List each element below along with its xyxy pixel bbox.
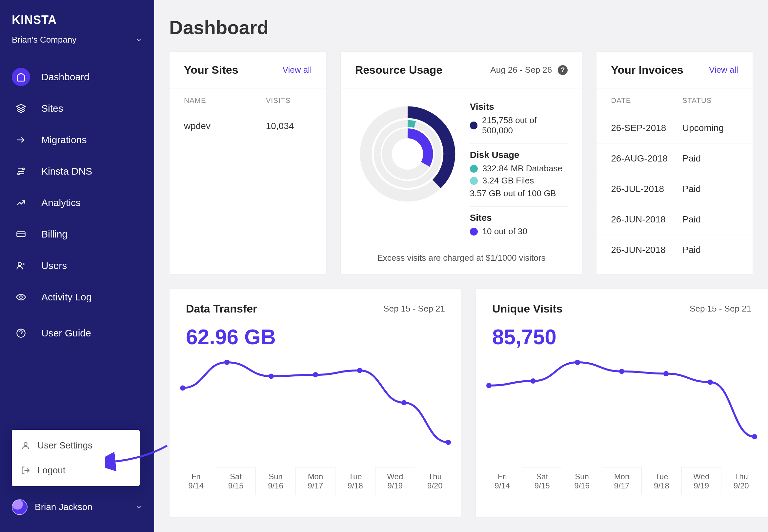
sidebar-item-label: Billing [41,229,67,240]
svg-point-23 [486,383,491,388]
analytics-icon [12,194,30,212]
unique-visits-title: Unique Visits [492,302,563,315]
invoice-row[interactable]: 26-JUN-2018 Paid [597,235,753,265]
svg-point-27 [663,371,669,376]
resource-usage-range: Aug 26 - Sep 26 [490,65,552,75]
your-sites-card: Your Sites View all NAME VISITS wpdev 10… [169,51,327,275]
logout-label: Logout [37,465,66,476]
data-transfer-total: 62.96 GB [169,318,461,352]
invoice-status: Paid [682,214,738,225]
sidebar-item-label: User Guide [41,328,91,339]
data-transfer-xaxis: Fri9/14Sat9/15Sun9/16Mon9/17Tue9/18Wed9/… [169,464,461,505]
inv-col-date: DATE [611,96,682,105]
company-name: Brian's Company [12,35,76,45]
data-transfer-title: Data Transfer [186,302,257,315]
help-icon [12,324,30,342]
invoice-row[interactable]: 26-JUL-2018 Paid [597,174,753,204]
sidebar-item-users[interactable]: Users [0,250,154,281]
xaxis-tick: Thu9/20 [415,467,455,495]
sidebar-item-user-guide[interactable]: User Guide [0,317,154,349]
invoice-status: Paid [682,184,738,194]
xaxis-tick: Fri9/14 [482,467,522,495]
xaxis-tick: Wed9/19 [375,467,415,495]
invoice-row[interactable]: 26-JUN-2018 Paid [597,204,753,235]
data-transfer-range: Sep 15 - Sep 21 [383,304,445,314]
xaxis-tick: Tue9/18 [336,467,375,495]
svg-point-26 [619,369,624,374]
sidebar-item-dns[interactable]: Kinsta DNS [0,156,154,187]
sidebar-item-migrations[interactable]: Migrations [0,124,154,156]
invoice-date: 26-AUG-2018 [611,153,682,164]
xaxis-tick: Mon9/17 [602,467,642,495]
swatch-visits [470,122,477,129]
avatar [12,499,28,515]
user-menu-popover: User Settings Logout [12,430,140,486]
svg-point-21 [401,400,407,405]
logout-item[interactable]: Logout [12,458,140,483]
sidebar-item-activity[interactable]: Activity Log [0,281,154,313]
inv-col-status: STATUS [682,96,738,105]
sites-col-name: NAME [184,96,266,105]
xaxis-tick: Mon9/17 [296,467,335,495]
legend-visits-title: Visits [470,102,568,112]
resource-donut-chart [355,102,460,206]
activity-log-icon [12,288,30,306]
brand-logo: KINSTA [0,10,154,33]
resource-usage-card: Resource Usage Aug 26 - Sep 26 ? [340,51,583,275]
invoice-date: 26-JUN-2018 [611,214,682,225]
invoices-view-all-link[interactable]: View all [709,65,738,75]
legend-disk-title: Disk Usage [470,150,568,160]
svg-point-17 [224,360,230,365]
invoices-card: Your Invoices View all DATE STATUS 26-SE… [596,51,753,275]
site-row[interactable]: wpdev 10,034 [169,113,326,139]
sidebar-item-sites[interactable]: Sites [0,93,154,124]
xaxis-tick: Fri9/14 [176,467,216,495]
legend-sites-value: 10 out of 30 [482,226,527,237]
svg-point-20 [357,368,362,373]
resource-usage-title: Resource Usage [355,64,442,76]
dashboard-icon [12,68,30,86]
legend-disk-total: 3.57 GB out of 100 GB [470,188,556,199]
help-icon[interactable]: ? [558,65,567,75]
sidebar: KINSTA Brian's Company Dashboard Sites [0,0,154,532]
svg-marker-0 [17,105,25,109]
swatch-sites [470,228,478,236]
sidebar-item-dashboard[interactable]: Dashboard [0,61,154,93]
svg-point-11 [24,443,27,446]
sidebar-item-billing[interactable]: Billing [0,219,154,250]
your-sites-title: Your Sites [184,64,239,76]
logout-icon [21,466,30,475]
user-profile-toggle[interactable]: Brian Jackson [0,492,154,522]
sites-view-all-link[interactable]: View all [283,65,312,75]
site-name: wpdev [184,121,266,131]
company-switcher[interactable]: Brian's Company [0,33,154,58]
chevron-down-icon [135,36,142,44]
dns-icon [12,162,30,181]
resource-usage-footer: Excess visits are charged at $1/1000 vis… [341,250,583,274]
svg-point-8 [20,296,22,298]
svg-point-18 [269,374,274,379]
data-transfer-card: Data Transfer Sep 15 - Sep 21 62.96 GB F… [169,288,462,518]
swatch-db [470,165,478,173]
sites-col-visits: VISITS [266,96,312,105]
user-settings-item[interactable]: User Settings [12,433,140,458]
invoice-status: Upcoming [682,123,738,133]
user-settings-label: User Settings [37,440,92,451]
sidebar-item-label: Kinsta DNS [41,166,92,177]
primary-nav: Dashboard Sites Migrations Kinsta DNS [0,58,154,352]
sidebar-item-label: Dashboard [41,71,89,83]
sidebar-item-label: Migrations [41,134,86,145]
unique-visits-total: 85,750 [476,318,768,352]
user-name: Brian Jackson [35,502,92,512]
svg-point-24 [530,378,536,384]
sidebar-item-label: Users [41,260,67,271]
svg-point-22 [446,440,451,445]
legend-files-value: 3.24 GB Files [482,176,534,186]
invoice-row[interactable]: 26-AUG-2018 Paid [597,143,753,174]
legend-sites-title: Sites [470,213,568,223]
xaxis-tick: Thu9/20 [721,467,761,495]
billing-icon [12,225,30,243]
sidebar-item-analytics[interactable]: Analytics [0,187,154,219]
xaxis-tick: Sun9/16 [562,467,602,495]
invoice-row[interactable]: 26-SEP-2018 Upcoming [597,113,753,143]
